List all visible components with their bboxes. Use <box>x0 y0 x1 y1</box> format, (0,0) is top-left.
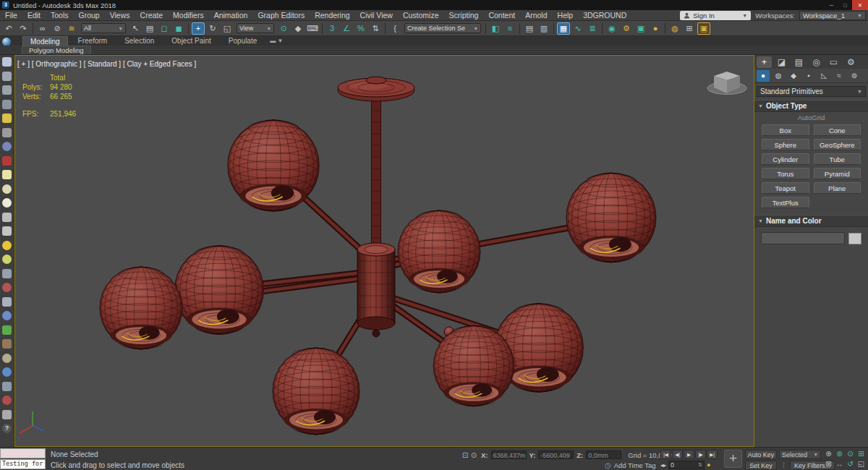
menu-item[interactable]: Graph Editors <box>252 11 310 20</box>
primitive-button[interactable]: Plane <box>814 182 861 194</box>
help-icon[interactable]: ? <box>2 424 12 433</box>
select-and-rotate-icon[interactable]: ↻ <box>206 22 219 35</box>
workspace-dropdown[interactable]: Workspace_1 ▼ <box>799 11 866 20</box>
molecule-tool-icon[interactable] <box>2 283 12 292</box>
isolate-frame-icon[interactable]: ▣ <box>697 22 710 35</box>
select-by-name-icon[interactable]: ▤ <box>143 22 156 35</box>
category-space-warps[interactable]: ≈ <box>833 70 846 82</box>
tab-selection[interactable]: Selection <box>117 36 161 46</box>
dome-tool-icon[interactable] <box>2 184 12 194</box>
primitive-button[interactable]: Cylinder <box>762 153 809 165</box>
z-coordinate-field[interactable]: 0,0mm <box>586 450 621 459</box>
layer-explorer-icon[interactable]: ▥ <box>537 22 550 35</box>
primitive-button[interactable]: Teapot <box>762 182 809 194</box>
rendered-frame-icon[interactable]: ▣ <box>634 22 647 35</box>
zoom-icon[interactable]: ⊕ <box>823 449 834 459</box>
go-to-start-button[interactable]: |◀ <box>660 450 671 459</box>
mirror-icon[interactable]: ◧ <box>489 22 502 35</box>
tab-display[interactable]: ▭ <box>826 56 841 68</box>
sun-tool-icon[interactable] <box>2 241 12 250</box>
snap-toggle-3d-icon[interactable]: 3 <box>326 22 339 35</box>
redo-icon[interactable]: ↷ <box>17 22 30 35</box>
teapot-tool-icon[interactable] <box>2 57 12 67</box>
character-tool-icon[interactable] <box>2 297 12 307</box>
go-to-end-button[interactable]: ▶| <box>707 450 718 459</box>
menu-item[interactable]: Group <box>74 11 105 20</box>
auto-key-button[interactable]: Auto Key <box>745 450 777 459</box>
menu-item[interactable]: Views <box>105 11 135 20</box>
primitive-button[interactable]: Tube <box>814 153 861 165</box>
align-icon[interactable]: ≡ <box>503 22 516 35</box>
object-name-field[interactable] <box>761 232 845 244</box>
orbit-icon[interactable]: ↺ <box>845 459 856 469</box>
light-tool-icon[interactable] <box>2 114 12 123</box>
tab-modify[interactable]: ◪ <box>774 56 789 68</box>
close-button[interactable]: ✕ <box>852 0 868 10</box>
ribbon-config-icon[interactable]: ▬ ▼ <box>270 38 283 44</box>
maximize-button[interactable]: □ <box>838 0 852 10</box>
reference-coordinate-dropdown[interactable]: View ▼ <box>237 23 274 33</box>
sphere-red-tool-icon[interactable] <box>2 396 12 405</box>
curve-editor-icon[interactable]: ∿ <box>571 22 584 35</box>
dope-sheet-icon[interactable]: ≣ <box>586 22 599 35</box>
named-selection-sets-icon[interactable]: { <box>388 22 401 35</box>
y-coordinate-field[interactable]: -5600,409 <box>538 450 574 459</box>
window-crossing-icon[interactable]: ◼ <box>172 22 185 35</box>
keyboard-override-icon[interactable]: ⌨ <box>306 22 319 35</box>
menu-item[interactable]: Tools <box>46 11 74 20</box>
animal-tool-icon[interactable] <box>2 339 12 349</box>
layout-tool-icon[interactable] <box>2 382 12 391</box>
playback-mode-icon[interactable]: ◂▸ <box>660 462 666 469</box>
select-and-link-icon[interactable]: ∞ <box>36 22 49 35</box>
primitive-button[interactable]: Pyramid <box>814 168 861 179</box>
tab-motion[interactable]: ◎ <box>809 56 824 68</box>
list-tool-icon[interactable] <box>2 85 12 95</box>
window-tool-icon[interactable] <box>2 72 12 81</box>
select-and-move-icon[interactable]: + <box>192 22 205 35</box>
particles-tool-icon[interactable] <box>2 269 12 278</box>
menu-item[interactable]: Edit <box>22 11 46 20</box>
menu-item[interactable]: Rendering <box>310 11 354 20</box>
category-shapes[interactable]: ◍ <box>772 70 785 82</box>
orthographic-viewport[interactable]: [ + ] [ Orthographic ] [ Standard ] [ Cl… <box>14 55 754 447</box>
boxes-tool-icon[interactable] <box>2 156 12 166</box>
pan-icon[interactable]: ↔ <box>834 459 845 469</box>
menu-item[interactable]: Help <box>553 11 579 20</box>
grid-list-tool-icon[interactable] <box>2 100 12 109</box>
maxscript-mini-listener-macro[interactable] <box>0 448 46 458</box>
play-button[interactable]: ▶ <box>684 450 694 459</box>
menu-item[interactable]: Arnold <box>520 11 552 20</box>
sign-in-button[interactable]: Sign In ▼ <box>680 11 751 20</box>
material-editor-icon[interactable]: ◉ <box>605 22 618 35</box>
tab-freeform[interactable]: Freeform <box>71 36 115 46</box>
selection-lock-icon[interactable]: ⊙ <box>469 451 478 459</box>
menu-item[interactable]: Create <box>135 11 169 20</box>
use-pivot-center-icon[interactable]: ⊙ <box>277 22 290 35</box>
primitive-button[interactable]: Cone <box>814 124 861 136</box>
camera-tool-icon[interactable] <box>2 128 12 137</box>
undo-icon[interactable]: ↶ <box>2 22 15 35</box>
autogrid-checkbox[interactable]: AutoGrid <box>754 112 868 123</box>
maximize-viewport-icon[interactable]: ◱ <box>856 459 867 469</box>
named-selection-set-dropdown[interactable]: Create Selection Se ▼ <box>404 23 481 33</box>
primitive-button[interactable]: GeoSphere <box>814 139 861 150</box>
render-iterative-icon[interactable]: ◍ <box>668 22 681 35</box>
rectangular-selection-icon[interactable]: ◻ <box>158 22 171 35</box>
geosphere-tool-icon[interactable] <box>2 255 12 264</box>
tab-modeling[interactable]: Modeling <box>22 36 68 46</box>
x-coordinate-field[interactable]: 6368,437m <box>491 450 527 459</box>
render-production-icon[interactable]: ● <box>649 22 662 35</box>
object-color-swatch[interactable] <box>848 233 861 244</box>
primitive-button[interactable]: Box <box>762 124 809 136</box>
menu-item[interactable]: File <box>0 11 22 20</box>
next-frame-button[interactable]: |▶ <box>695 450 706 459</box>
select-and-manipulate-icon[interactable]: ◆ <box>292 22 305 35</box>
plane-tool-icon[interactable] <box>2 170 12 179</box>
bind-to-space-warp-icon[interactable]: ≋ <box>65 22 78 35</box>
menu-item[interactable]: 3DGROUND <box>578 11 631 20</box>
primitive-category-dropdown[interactable]: Standard Primitives ▼ <box>757 86 866 97</box>
region-zoom-icon[interactable]: ⊠ <box>823 459 834 469</box>
name-color-rollout-header[interactable]: ▼ Name and Color <box>754 215 868 227</box>
object-type-rollout-header[interactable]: ▼ Object Type <box>754 100 868 112</box>
primitive-button[interactable]: TextPlus <box>762 197 809 208</box>
